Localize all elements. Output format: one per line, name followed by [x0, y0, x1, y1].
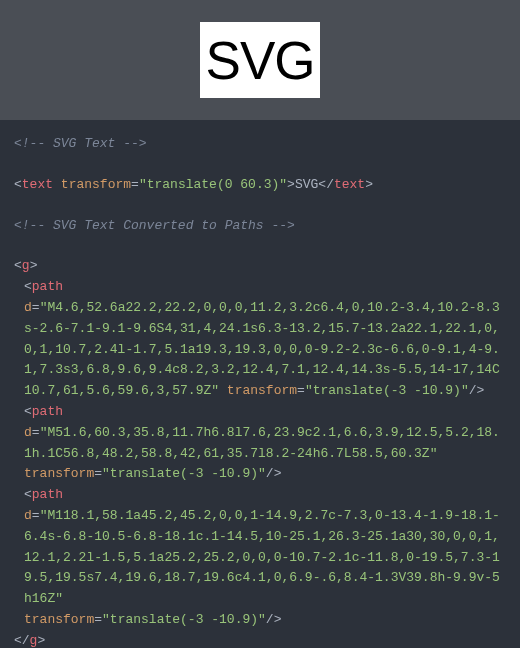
equals: = [297, 383, 305, 398]
attr-name: transform [61, 177, 131, 192]
punct: </ [318, 177, 334, 192]
code-line: <path [14, 485, 506, 506]
attr-name: d [24, 425, 32, 440]
code-comment: <!-- SVG Text Converted to Paths --> [14, 218, 295, 233]
code-line: <path [14, 277, 506, 298]
blank-line [14, 196, 506, 216]
blank-line [14, 236, 506, 256]
preview-pane: SVG [0, 0, 520, 120]
text-content: SVG [295, 177, 318, 192]
code-line: <!-- SVG Text Converted to Paths --> [14, 216, 506, 237]
code-editor[interactable]: <!-- SVG Text --> <text transform="trans… [0, 120, 520, 648]
code-line: d="M4.6,52.6a22.2,22.2,0,0,0,11.2,3.2c6.… [14, 298, 506, 402]
attr-value: "translate(0 60.3)" [139, 177, 287, 192]
equals: = [94, 612, 102, 627]
attr-value: "translate(-3 -10.9)" [305, 383, 469, 398]
tag-name: path [32, 279, 63, 294]
code-line: <!-- SVG Text --> [14, 134, 506, 155]
equals: = [32, 300, 40, 315]
attr-value: "M51.6,60.3,35.8,11.7h6.8l7.6,23.9c2.1,6… [24, 425, 500, 461]
code-line: d="M51.6,60.3,35.8,11.7h6.8l7.6,23.9c2.1… [14, 423, 506, 465]
punct: < [24, 279, 32, 294]
attr-name: d [24, 300, 32, 315]
punct: > [287, 177, 295, 192]
code-line: <text transform="translate(0 60.3)">SVG<… [14, 175, 506, 196]
tag-name: g [22, 258, 30, 273]
tag-name: text [334, 177, 365, 192]
space [53, 177, 61, 192]
attr-value: "M118.1,58.1a45.2,45.2,0,0,1-14.9,2.7c-7… [24, 508, 500, 606]
punct: /> [266, 466, 282, 481]
punct: < [24, 404, 32, 419]
svg-text-glyph: SVG [206, 30, 315, 91]
punct: /> [266, 612, 282, 627]
equals: = [32, 425, 40, 440]
code-line: transform="translate(-3 -10.9)"/> [14, 464, 506, 485]
attr-name: transform [24, 466, 94, 481]
punct: < [14, 177, 22, 192]
code-comment: <!-- SVG Text --> [14, 136, 147, 151]
punct: </ [14, 633, 30, 648]
svg-rendered-output: SVG [200, 22, 320, 98]
code-line: <g> [14, 256, 506, 277]
punct: < [24, 487, 32, 502]
punct: > [37, 633, 45, 648]
code-line: transform="translate(-3 -10.9)"/> [14, 610, 506, 631]
attr-value: "translate(-3 -10.9)" [102, 466, 266, 481]
equals: = [131, 177, 139, 192]
attr-name: transform [227, 383, 297, 398]
tag-name: path [32, 487, 63, 502]
attr-name: transform [24, 612, 94, 627]
blank-line [14, 155, 506, 175]
code-line: <path [14, 402, 506, 423]
code-line: </g> [14, 631, 506, 648]
equals: = [94, 466, 102, 481]
code-line: d="M118.1,58.1a45.2,45.2,0,0,1-14.9,2.7c… [14, 506, 506, 610]
tag-name: text [22, 177, 53, 192]
equals: = [32, 508, 40, 523]
space [219, 383, 227, 398]
attr-name: d [24, 508, 32, 523]
punct: /> [469, 383, 485, 398]
attr-value: "translate(-3 -10.9)" [102, 612, 266, 627]
punct: < [14, 258, 22, 273]
tag-name: path [32, 404, 63, 419]
punct: > [365, 177, 373, 192]
punct: > [30, 258, 38, 273]
